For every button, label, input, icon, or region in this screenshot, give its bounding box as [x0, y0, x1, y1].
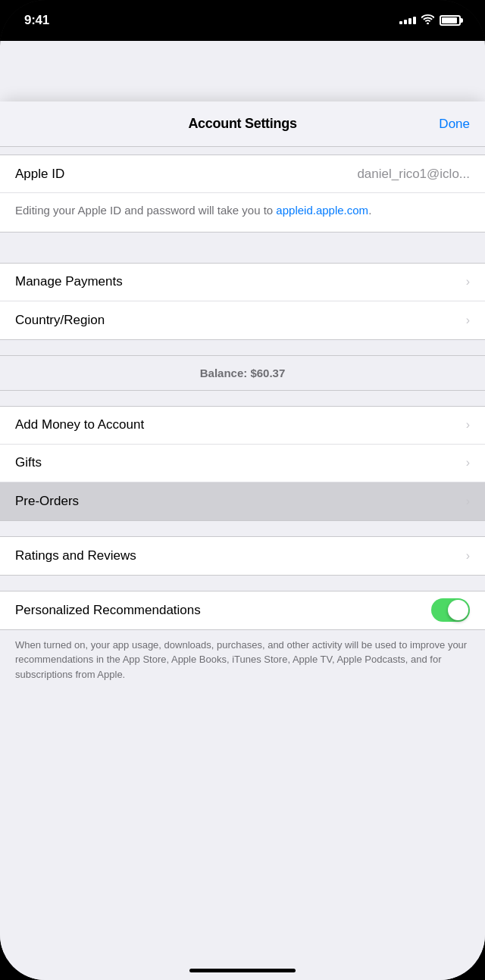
description-section: When turned on, your app usage, download… [0, 630, 485, 698]
nav-header: Account Settings Done [0, 101, 485, 147]
spacer-2 [0, 233, 485, 248]
pre-orders-label: Pre-Orders [15, 494, 79, 509]
balance-section: Balance: $60.37 [0, 355, 485, 391]
personalized-group: Personalized Recommendations [0, 591, 485, 630]
dynamic-island [197, 9, 288, 35]
add-money-label: Add Money to Account [15, 417, 144, 432]
info-text-suffix: . [368, 204, 371, 217]
gifts-row[interactable]: Gifts › [0, 445, 485, 482]
apple-id-link[interactable]: appleid.apple.com [276, 204, 368, 217]
payments-group: Manage Payments › Country/Region › [0, 263, 485, 340]
page-title: Account Settings [188, 116, 296, 132]
ratings-reviews-row[interactable]: Ratings and Reviews › [0, 537, 485, 575]
apple-id-group: Apple ID daniel_rico1@iclo... Editing yo… [0, 154, 485, 233]
signal-bar-3 [408, 18, 411, 24]
apple-id-row[interactable]: Apple ID daniel_rico1@iclo... [0, 155, 485, 193]
spacer-4 [0, 576, 485, 591]
personalized-toggle[interactable] [431, 598, 470, 622]
country-region-row[interactable]: Country/Region › [0, 301, 485, 339]
screen-content: Account Settings Done Apple ID daniel_ri… [0, 41, 485, 980]
signal-bars-icon [399, 17, 416, 24]
info-text-section: Editing your Apple ID and password will … [0, 193, 485, 232]
ratings-group: Ratings and Reviews › [0, 536, 485, 576]
pre-orders-row[interactable]: Pre-Orders › [0, 482, 485, 520]
add-money-chevron-icon: › [466, 418, 470, 432]
status-bar: 9:41 [0, 0, 485, 41]
signal-bar-4 [413, 17, 416, 24]
apple-id-value: daniel_rico1@iclo... [357, 167, 470, 182]
signal-bar-1 [399, 21, 402, 24]
info-text-main: Editing your Apple ID and password will … [15, 204, 276, 217]
country-region-chevron-icon: › [466, 314, 470, 327]
gifts-chevron-icon: › [466, 456, 470, 470]
personalized-row: Personalized Recommendations [0, 591, 485, 629]
spacer-3 [0, 340, 485, 355]
personalized-label: Personalized Recommendations [15, 603, 201, 618]
pre-orders-chevron-icon: › [466, 495, 470, 508]
home-indicator [189, 969, 296, 972]
apple-id-label: Apple ID [15, 167, 64, 182]
description-text: When turned on, your app usage, download… [15, 639, 467, 680]
status-icons [399, 14, 461, 27]
balance-items-group: Add Money to Account › Gifts › Pre-Order… [0, 406, 485, 521]
balance-label: Balance: $60.37 [200, 367, 286, 379]
toggle-knob [448, 600, 468, 620]
settings-container: Apple ID daniel_rico1@iclo... Editing yo… [0, 147, 485, 697]
gifts-label: Gifts [15, 455, 42, 470]
signal-bar-2 [404, 20, 407, 24]
battery-icon [440, 15, 461, 26]
manage-payments-row[interactable]: Manage Payments › [0, 264, 485, 301]
status-time: 9:41 [24, 13, 49, 28]
manage-payments-label: Manage Payments [15, 274, 123, 289]
wifi-icon [421, 14, 434, 27]
ratings-reviews-label: Ratings and Reviews [15, 548, 136, 563]
spacer-1 [0, 147, 485, 154]
ratings-reviews-chevron-icon: › [466, 549, 470, 563]
add-money-row[interactable]: Add Money to Account › [0, 407, 485, 445]
done-button[interactable]: Done [439, 117, 470, 132]
modal-sheet: Account Settings Done Apple ID daniel_ri… [0, 101, 485, 980]
info-text: Editing your Apple ID and password will … [15, 204, 371, 217]
phone-frame: 9:41 Account Settings [0, 0, 485, 980]
battery-fill [442, 17, 457, 23]
country-region-label: Country/Region [15, 313, 105, 328]
manage-payments-chevron-icon: › [466, 275, 470, 289]
